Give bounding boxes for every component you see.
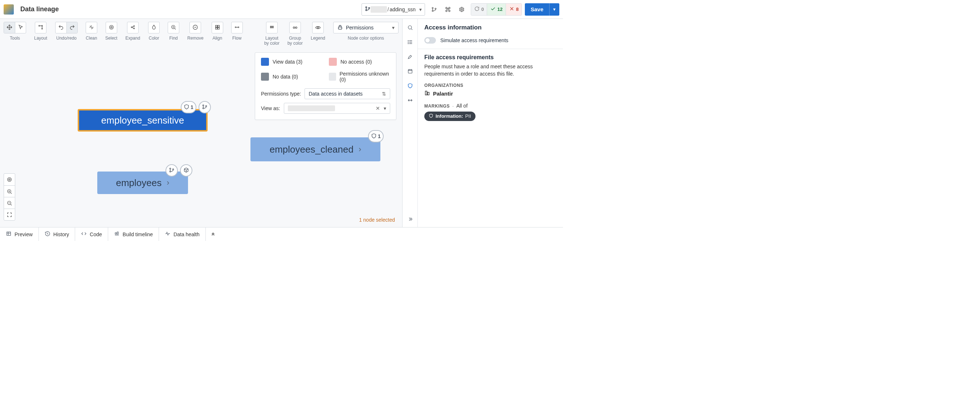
collapse-panel-button[interactable] xyxy=(405,214,415,224)
clean-icon xyxy=(89,24,94,31)
marking-pill[interactable]: Information: PII xyxy=(424,112,476,121)
markings-qualifier: All of xyxy=(456,103,468,109)
search-tab[interactable] xyxy=(405,22,415,33)
find-button[interactable] xyxy=(168,22,179,33)
group-by-color-label: Group by color xyxy=(288,36,303,46)
svg-rect-52 xyxy=(7,232,11,235)
clean-button[interactable] xyxy=(86,22,97,33)
branch-owner-redacted xyxy=(371,6,387,13)
org-icon xyxy=(424,90,430,97)
tab-data-health[interactable]: Data health xyxy=(159,227,206,241)
remove-button[interactable] xyxy=(190,22,201,33)
expand-icon xyxy=(130,24,136,31)
view-as-select[interactable]: ✕ ▾ xyxy=(284,103,390,114)
svg-rect-20 xyxy=(217,27,219,29)
layout-by-color-button[interactable] xyxy=(266,22,277,33)
target-button[interactable] xyxy=(106,22,117,33)
move-button[interactable] xyxy=(4,22,15,33)
branch-icon xyxy=(202,104,208,111)
zoom-fit-button[interactable] xyxy=(4,174,15,185)
node-branch-badge[interactable] xyxy=(165,164,178,177)
access-tab[interactable] xyxy=(405,81,415,91)
settings-button[interactable] xyxy=(455,3,468,16)
svg-point-5 xyxy=(435,8,436,9)
command-button[interactable] xyxy=(442,3,454,16)
grid-button[interactable] xyxy=(212,22,223,33)
branch-selector[interactable]: / adding_ssn ▾ xyxy=(361,3,425,16)
page-title: Data lineage xyxy=(20,5,59,13)
legend-text: View data (3) xyxy=(273,59,302,65)
svg-point-47 xyxy=(408,42,408,42)
tab-label: Data health xyxy=(173,231,200,237)
svg-point-7 xyxy=(39,25,40,26)
canvas[interactable]: ToolsLayoutUndo/redoCleanSelectExpandCol… xyxy=(0,19,402,227)
resize-tab[interactable] xyxy=(405,95,415,105)
svg-point-25 xyxy=(273,26,273,27)
legend-swatch xyxy=(261,58,269,66)
shield-icon xyxy=(184,104,189,111)
tab-preview[interactable]: Preview xyxy=(0,227,39,241)
flow-button[interactable] xyxy=(232,22,242,33)
svg-rect-19 xyxy=(215,27,217,29)
save-button[interactable]: Save xyxy=(525,3,549,16)
legend-item: No data (0) xyxy=(261,71,322,83)
status-passed[interactable]: 12 xyxy=(487,4,506,15)
svg-point-1 xyxy=(366,10,367,11)
list-tab[interactable] xyxy=(405,37,415,47)
node-package-badge[interactable] xyxy=(180,164,192,177)
legend-label: Legend xyxy=(311,36,325,41)
expand-up-button[interactable] xyxy=(206,227,220,241)
tab-build-timeline[interactable]: Build timeline xyxy=(108,227,159,241)
node-color-options-label: Node color options xyxy=(348,36,384,41)
tool-group-label: Find xyxy=(169,36,178,41)
build-tab[interactable] xyxy=(405,52,415,62)
permissions-type-select[interactable]: Data access in datasets ⇅ xyxy=(304,88,390,99)
clear-icon[interactable]: ✕ xyxy=(375,105,380,111)
move-icon xyxy=(6,24,12,31)
organization-name: Palantir xyxy=(433,91,453,97)
node-label: employees xyxy=(116,177,162,188)
status-pending-count: 0 xyxy=(481,6,484,12)
legend-button[interactable] xyxy=(312,22,323,33)
status-group: 0 12 8 xyxy=(471,3,522,16)
remove-icon xyxy=(192,24,198,31)
code-icon xyxy=(81,231,87,238)
health-icon xyxy=(165,231,170,238)
tab-label: Code xyxy=(90,231,102,237)
branch-graph-button[interactable] xyxy=(428,3,440,16)
node-color-options-select[interactable]: Permissions ▾ xyxy=(333,22,399,34)
layout-button[interactable] xyxy=(35,22,46,33)
branch-icon xyxy=(169,167,175,174)
svg-point-45 xyxy=(408,26,411,29)
layout-by-color-label: Layout by color xyxy=(264,36,280,46)
pointer-button[interactable] xyxy=(15,22,26,33)
save-caret-button[interactable]: ▾ xyxy=(549,3,559,16)
status-failed[interactable]: 8 xyxy=(506,4,522,15)
simulate-toggle[interactable] xyxy=(424,37,436,44)
check-icon xyxy=(490,6,496,13)
tab-code[interactable]: Code xyxy=(75,227,108,241)
svg-point-48 xyxy=(408,43,408,44)
node-employees-cleaned[interactable]: employees_cleaned › xyxy=(250,137,380,161)
chevron-down-icon: ▾ xyxy=(392,25,395,30)
node-branch-badge[interactable] xyxy=(199,101,211,113)
zoom-out-button[interactable] xyxy=(4,197,15,209)
schedule-tab[interactable] xyxy=(405,66,415,76)
tab-history[interactable]: History xyxy=(39,227,75,241)
svg-point-31 xyxy=(317,27,319,28)
group-by-color-button[interactable] xyxy=(290,22,301,33)
tab-label: Preview xyxy=(14,231,33,237)
legend-swatch xyxy=(329,73,336,81)
undo-button[interactable] xyxy=(56,22,67,33)
node-permission-badge[interactable]: 1 xyxy=(181,101,196,113)
drop-button[interactable] xyxy=(148,22,159,33)
organizations-header: ORGANIZATIONS xyxy=(424,83,557,88)
node-permission-badge[interactable]: 1 xyxy=(368,130,383,142)
expand-button[interactable] xyxy=(127,22,138,33)
status-pending[interactable]: 0 xyxy=(471,4,487,15)
chevron-right-icon: › xyxy=(167,178,169,188)
zoom-in-button[interactable] xyxy=(4,185,15,197)
fullscreen-button[interactable] xyxy=(4,209,15,220)
redo-button[interactable] xyxy=(67,22,77,33)
tool-group-label: Tools xyxy=(10,36,20,41)
